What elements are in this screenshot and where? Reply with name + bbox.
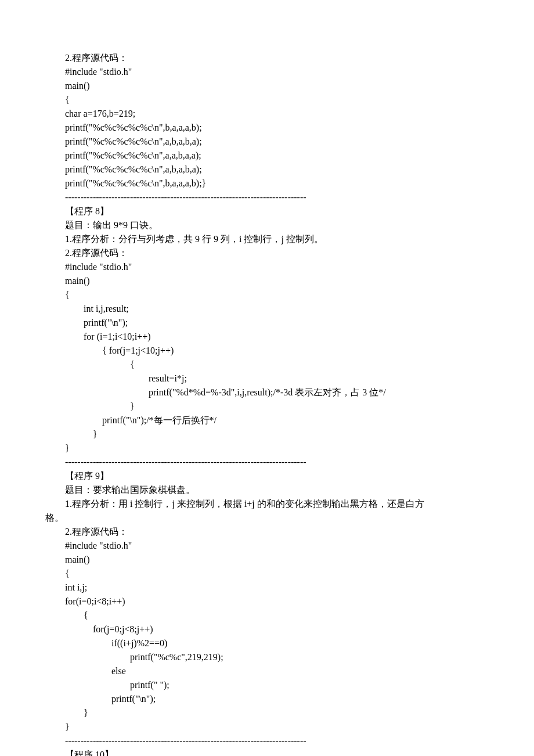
text-line: result=i*j; bbox=[65, 372, 489, 386]
text-line: main() bbox=[65, 553, 489, 567]
text-line: 1.程序分析：用 i 控制行，j 来控制列，根据 i+j 的和的变化来控制输出黑… bbox=[65, 497, 489, 511]
text-line: main() bbox=[65, 79, 489, 93]
section-heading: 【程序 8】 bbox=[65, 204, 489, 218]
wrapped-line: 格。 bbox=[45, 511, 489, 525]
document-page: 2.程序源代码： #include "stdio.h" main() { cha… bbox=[0, 0, 534, 756]
text-line: printf("%c%c",219,219); bbox=[65, 650, 489, 664]
text-line: printf("%c%c%c%c%c\n",a,b,a,b,a); bbox=[65, 163, 489, 177]
text-line: } bbox=[65, 706, 489, 720]
text-line: { for(j=1;j<10;j++) bbox=[65, 344, 489, 358]
text-line: printf("\n"); bbox=[65, 692, 489, 706]
text-line: { bbox=[65, 93, 489, 107]
text-line: int i,j,result; bbox=[65, 302, 489, 316]
text-line: printf(" "); bbox=[65, 678, 489, 692]
content-block: 2.程序源代码： #include "stdio.h" main() { cha… bbox=[45, 51, 489, 511]
text-line: printf("%c%c%c%c%c\n",a,b,a,b,a); bbox=[65, 135, 489, 149]
separator-line: ----------------------------------------… bbox=[65, 455, 489, 469]
text-line: for(i=0;i<8;i++) bbox=[65, 595, 489, 609]
text-line: } bbox=[65, 399, 489, 413]
text-line: 2.程序源代码： bbox=[65, 525, 489, 539]
text-line: for(j=0;j<8;j++) bbox=[65, 622, 489, 636]
text-line: { bbox=[65, 567, 489, 581]
section-heading: 【程序 10】 bbox=[65, 748, 489, 756]
text-line: printf("\n"); bbox=[65, 316, 489, 330]
text-line: { bbox=[65, 358, 489, 372]
text-line: printf("\n");/*每一行后换行*/ bbox=[65, 413, 489, 427]
text-line: 2.程序源代码： bbox=[65, 246, 489, 260]
text-line: printf("%c%c%c%c%c\n",a,a,b,a,a); bbox=[65, 149, 489, 163]
content-block: 2.程序源代码： #include "stdio.h" main() { int… bbox=[45, 525, 489, 756]
text-line: main() bbox=[65, 274, 489, 288]
text-line: #include "stdio.h" bbox=[65, 539, 489, 553]
text-line: 题目：要求输出国际象棋棋盘。 bbox=[65, 483, 489, 497]
text-line: 1.程序分析：分行与列考虑，共 9 行 9 列，i 控制行，j 控制列。 bbox=[65, 232, 489, 246]
text-line: 题目：输出 9*9 口诀。 bbox=[65, 218, 489, 232]
text-line: for (i=1;i<10;i++) bbox=[65, 330, 489, 344]
separator-line: ----------------------------------------… bbox=[65, 734, 489, 748]
text-line: } bbox=[65, 720, 489, 734]
text-line: else bbox=[65, 664, 489, 678]
text-line: #include "stdio.h" bbox=[65, 65, 489, 79]
separator-line: ----------------------------------------… bbox=[65, 190, 489, 204]
text-line: printf("%c%c%c%c%c\n",b,a,a,a,b);} bbox=[65, 177, 489, 190]
section-heading: 【程序 9】 bbox=[65, 469, 489, 483]
text-line: if((i+j)%2==0) bbox=[65, 636, 489, 650]
text-line: int i,j; bbox=[65, 581, 489, 595]
text-line: printf("%d*%d=%-3d",i,j,result);/*-3d 表示… bbox=[65, 386, 489, 399]
text-line: } bbox=[65, 427, 489, 441]
text-line: { bbox=[65, 288, 489, 302]
text-line: #include "stdio.h" bbox=[65, 260, 489, 274]
text-line: 2.程序源代码： bbox=[65, 51, 489, 65]
text-line: { bbox=[65, 609, 489, 622]
text-line: printf("%c%c%c%c%c\n",b,a,a,a,b); bbox=[65, 121, 489, 135]
text-line: } bbox=[65, 441, 489, 455]
text-line: char a=176,b=219; bbox=[65, 107, 489, 121]
